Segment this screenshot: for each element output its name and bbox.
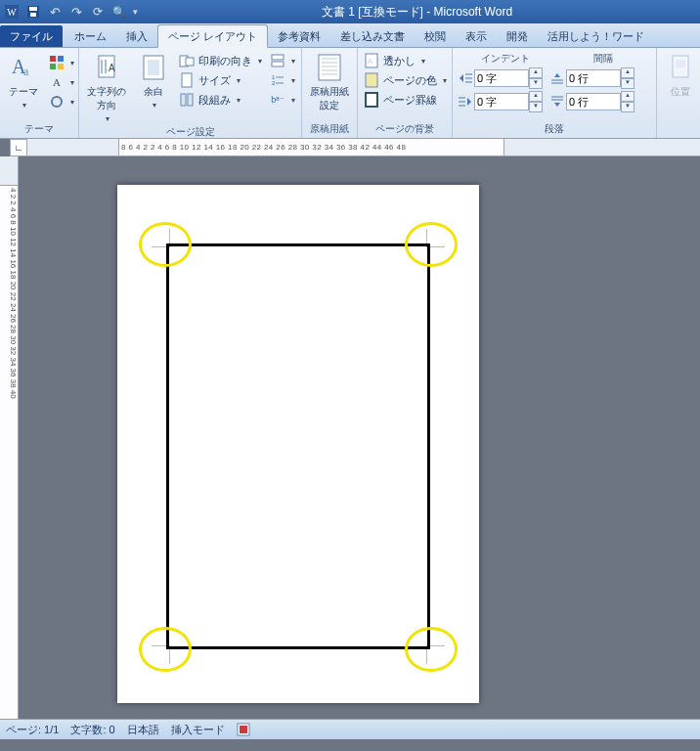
columns-button[interactable]: 段組み▾ (177, 91, 264, 109)
vertical-ruler[interactable]: 4 2 2 4 6 8 10 12 14 16 18 20 22 24 26 2… (0, 156, 19, 719)
status-wordcount[interactable]: 文字数: 0 (70, 723, 114, 737)
undo-icon[interactable]: ↶ (47, 4, 63, 20)
svg-rect-23 (272, 55, 284, 60)
group-arrange: 位置 (657, 48, 700, 138)
v-ruler-strip[interactable]: 4 2 2 4 6 8 10 12 14 16 18 20 22 24 26 2… (0, 185, 18, 719)
tab-developer[interactable]: 開発 (497, 25, 538, 47)
group-themes-title: テーマ (4, 122, 74, 138)
page-borders-icon (364, 92, 379, 108)
sync-icon[interactable]: ⟳ (90, 4, 106, 20)
orientation-button[interactable]: 印刷の向き▾ (177, 52, 264, 69)
page-color-button[interactable]: ページの色▾ (362, 71, 449, 89)
status-language[interactable]: 日本語 (127, 723, 159, 737)
breaks-button[interactable]: ▾ (268, 52, 297, 69)
word-icon: W (4, 4, 20, 20)
spin-down[interactable]: ▼ (621, 78, 634, 89)
save-icon[interactable] (25, 4, 41, 20)
indent-left-spinner[interactable]: ▲▼ (457, 67, 543, 89)
size-button[interactable]: サイズ▾ (177, 71, 264, 89)
svg-marker-39 (459, 74, 463, 82)
manuscript-button[interactable]: 原稿用紙 設定 (306, 50, 353, 114)
indent-right-input[interactable] (474, 93, 529, 110)
indent-left-input[interactable] (474, 69, 529, 87)
status-insertmode[interactable]: 挿入モード (171, 723, 225, 737)
watermark-icon: A (364, 53, 379, 68)
page-borders-label: ページ罫線 (383, 93, 437, 108)
highlight-ellipse-bl (139, 627, 192, 672)
svg-rect-22 (188, 94, 193, 106)
svg-rect-8 (58, 56, 64, 62)
margins-button[interactable]: 余白 ▾ (134, 50, 173, 111)
tab-selector[interactable]: ∟ (10, 139, 27, 156)
space-after-spinner[interactable]: ▲▼ (548, 91, 634, 112)
theme-colors-button[interactable]: ▾ (47, 54, 76, 71)
v-ruler-numbers: 4 2 2 4 6 8 10 12 14 16 18 20 22 24 26 2… (9, 188, 18, 399)
tab-page-layout[interactable]: ページ レイアウト (157, 24, 268, 48)
spin-down[interactable]: ▼ (529, 102, 543, 112)
svg-rect-54 (676, 60, 685, 67)
columns-label: 段組み (198, 93, 231, 108)
spin-up[interactable]: ▲ (621, 67, 634, 78)
text-direction-button[interactable]: A 文字列の 方向 ▾ (83, 50, 130, 125)
svg-rect-37 (366, 73, 377, 87)
spin-up[interactable]: ▲ (529, 91, 543, 102)
svg-rect-56 (240, 726, 247, 733)
indent-right-spinner[interactable]: ▲▼ (457, 91, 543, 112)
theme-effects-button[interactable]: ▾ (47, 93, 76, 110)
hyphenation-icon: bª⁻ (270, 92, 285, 108)
page-color-label: ページの色 (383, 73, 437, 88)
tab-file[interactable]: ファイル (0, 25, 63, 47)
line-numbers-button[interactable]: 12▾ (268, 71, 297, 89)
spin-up[interactable]: ▲ (621, 91, 634, 102)
status-macro-icon[interactable] (237, 723, 250, 736)
theme-fonts-button[interactable]: A▾ (47, 73, 76, 91)
tab-review[interactable]: 校閲 (415, 25, 456, 47)
svg-rect-20 (182, 73, 192, 87)
svg-rect-19 (186, 58, 194, 66)
columns-icon (179, 92, 195, 108)
indent-header: インデント (457, 52, 554, 66)
h-ruler-strip[interactable]: 8 6 4 2 2 4 6 8 10 12 14 16 18 20 22 24 … (118, 139, 504, 155)
tab-addin[interactable]: 活用しよう！ワード (538, 25, 654, 47)
spin-down[interactable]: ▼ (529, 78, 543, 89)
space-after-input[interactable] (566, 93, 621, 110)
spacing-header: 間隔 (554, 52, 652, 66)
redo-icon[interactable]: ↷ (68, 4, 84, 20)
spin-up[interactable]: ▲ (529, 67, 543, 78)
hyphenation-button[interactable]: bª⁻▾ (268, 91, 297, 109)
group-manuscript-title: 原稿用紙 (306, 122, 353, 138)
margins-icon (138, 52, 169, 83)
chevron-down-icon: ▾ (22, 101, 26, 110)
search-icon[interactable]: 🔍 (111, 4, 127, 20)
themes-button[interactable]: Aa テーマ ▾ (4, 50, 43, 111)
svg-rect-4 (30, 13, 36, 17)
document-page[interactable] (117, 185, 479, 703)
svg-rect-24 (272, 62, 284, 66)
watermark-button[interactable]: A透かし▾ (362, 52, 449, 69)
tab-mailings[interactable]: 差し込み文書 (330, 25, 415, 47)
group-arrange-title (661, 125, 700, 138)
page-borders-button[interactable]: ページ罫線 (362, 91, 449, 109)
horizontal-ruler[interactable]: ∟ 8 6 4 2 2 4 6 8 10 12 14 16 18 20 22 2… (27, 139, 700, 156)
highlight-ellipse-tl (139, 222, 192, 267)
space-before-input[interactable] (566, 69, 621, 87)
position-icon (665, 52, 696, 83)
tab-insert[interactable]: 挿入 (116, 25, 157, 47)
tab-home[interactable]: ホーム (65, 25, 116, 47)
indent-right-icon (457, 93, 474, 110)
tab-view[interactable]: 表示 (456, 25, 497, 47)
tab-references[interactable]: 参考資料 (268, 25, 330, 47)
group-page-background: A透かし▾ ページの色▾ ページ罫線 ページの背景 (358, 48, 453, 138)
svg-rect-17 (148, 60, 159, 75)
space-before-spinner[interactable]: ▲▼ (548, 67, 634, 89)
line-numbers-icon: 12 (270, 72, 285, 88)
spin-down[interactable]: ▼ (621, 102, 634, 112)
status-page[interactable]: ページ: 1/1 (6, 723, 59, 737)
text-direction-icon: A (91, 52, 122, 83)
position-button[interactable]: 位置 (661, 50, 700, 101)
svg-marker-52 (554, 103, 560, 107)
size-icon (179, 72, 195, 88)
space-before-icon (548, 69, 566, 87)
orientation-icon (179, 53, 195, 68)
svg-marker-43 (554, 73, 560, 77)
